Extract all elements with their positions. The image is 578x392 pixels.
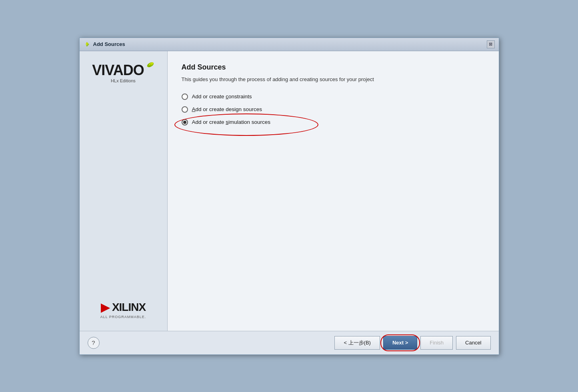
xilinx-name: XILINX [112,301,146,314]
radio-dot [183,121,186,124]
radio-design[interactable] [182,106,188,113]
xilinx-x-icon: ▶ [101,301,110,314]
option-design-label: Add or create design sources [192,106,262,112]
option-design[interactable]: Add or create design sources [182,106,485,113]
xilinx-subtitle: ALL PROGRAMMABLE. [100,315,146,319]
dialog-body: VIVADO HLx Editions ▶ XILINX ALL PROGRAM… [80,51,499,331]
vivado-edition: HLx Editions [111,78,136,83]
back-button[interactable]: < 上一步(B) [334,336,380,350]
option-constraints[interactable]: Add or create constraints [182,94,485,100]
dialog-window: Add Sources ⊠ VIVADO HLx Editions [79,38,499,355]
title-bar-left: Add Sources [84,41,125,48]
finish-button[interactable]: Finish [420,336,453,350]
help-button[interactable]: ? [88,337,100,349]
cancel-button[interactable]: Cancel [456,336,490,350]
vivado-icon [84,41,90,48]
vivado-logo: VIVADO HLx Editions [92,63,154,83]
vivado-text: VIVADO [92,63,144,78]
next-button[interactable]: Next > [383,336,417,350]
panel-title: Add Sources [182,63,485,72]
help-icon: ? [92,339,95,346]
xilinx-logo-area: ▶ XILINX ALL PROGRAMMABLE. [100,301,146,319]
panel-description: This guides you through the process of a… [182,76,485,82]
option-simulation-label: Add or create simulation sources [192,119,271,125]
left-panel: VIVADO HLx Editions ▶ XILINX ALL PROGRAM… [80,51,168,331]
right-panel: Add Sources This guides you through the … [168,51,499,331]
title-bar: Add Sources ⊠ [80,38,499,51]
options-list: Add or create constraints Add or create … [182,94,485,125]
xilinx-logo: ▶ XILINX [101,301,146,314]
vivado-leaf-icon [143,61,154,72]
option-constraints-label: Add or create constraints [192,94,252,99]
radio-constraints[interactable] [182,94,188,100]
window-title: Add Sources [93,41,125,47]
option-simulation[interactable]: Add or create simulation sources [182,119,485,125]
close-button[interactable]: ⊠ [487,40,495,48]
footer-buttons: < 上一步(B) Next > Finish Cancel [334,336,490,350]
option-simulation-wrapper: Add or create simulation sources [182,119,485,125]
radio-simulation[interactable] [182,119,188,125]
dialog-footer: ? < 上一步(B) Next > Finish Cancel [80,331,499,354]
